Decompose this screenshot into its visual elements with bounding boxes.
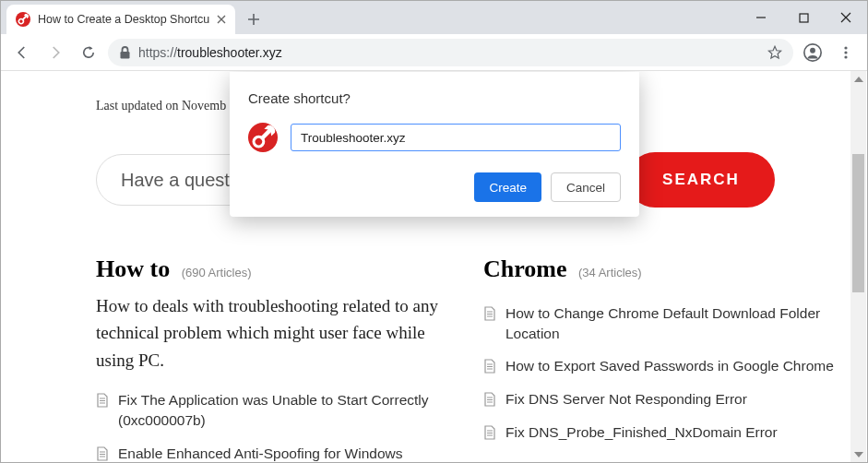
url-text: https://troubleshooter.xyz	[138, 45, 760, 60]
svg-point-6	[810, 47, 815, 53]
document-icon	[96, 446, 109, 461]
tab-title: How to Create a Desktop Shortcu	[38, 13, 209, 26]
document-icon	[483, 359, 496, 374]
list-item[interactable]: How to Export Saved Passwords in Google …	[483, 356, 834, 376]
browser-tab[interactable]: How to Create a Desktop Shortcu	[6, 5, 235, 34]
forward-button[interactable]	[42, 39, 69, 66]
search-button[interactable]: SEARCH	[627, 152, 775, 208]
list-item[interactable]: Fix DNS Server Not Responding Error	[483, 389, 834, 410]
shortcut-name-input[interactable]	[291, 124, 621, 151]
section-chrome: Chrome (34 Articles) How to Change Chrom…	[483, 255, 834, 462]
list-item[interactable]: Fix The Application was Unable to Start …	[96, 390, 446, 430]
site-icon	[248, 123, 278, 152]
back-button[interactable]	[8, 39, 36, 66]
reload-button[interactable]	[75, 39, 102, 66]
article-count: (690 Articles)	[182, 266, 252, 279]
bookmark-star-icon[interactable]	[767, 45, 782, 60]
svg-point-7	[844, 46, 847, 49]
window-controls	[740, 1, 867, 34]
svg-rect-4	[121, 52, 130, 59]
section-howto: How to (690 Articles) How to deals with …	[96, 255, 446, 462]
section-title: Chrome	[483, 255, 567, 282]
vertical-scrollbar[interactable]	[850, 71, 866, 462]
svg-point-9	[844, 55, 847, 58]
section-title: How to	[96, 255, 170, 282]
chrome-menu-button[interactable]	[832, 39, 860, 66]
tab-close-icon[interactable]	[217, 15, 226, 24]
create-button[interactable]: Create	[474, 172, 541, 202]
article-count: (34 Articles)	[578, 266, 642, 279]
svg-rect-3	[800, 14, 808, 22]
scroll-up-arrow[interactable]	[850, 71, 866, 87]
scrollbar-thumb[interactable]	[852, 154, 864, 292]
list-item[interactable]: How to Change Chrome Default Download Fo…	[483, 303, 834, 343]
profile-button[interactable]	[799, 39, 826, 66]
toolbar: https://troubleshooter.xyz	[1, 34, 867, 71]
titlebar: How to Create a Desktop Shortcu	[1, 1, 867, 34]
document-icon	[96, 393, 109, 408]
document-icon	[483, 425, 496, 440]
window-close-button[interactable]	[825, 1, 867, 34]
viewport: Last updated on Novemb Have a question S…	[1, 71, 867, 462]
svg-point-8	[844, 51, 847, 53]
cancel-button[interactable]: Cancel	[551, 172, 621, 202]
document-icon	[483, 306, 496, 321]
create-shortcut-dialog: Create shortcut? Create Cancel	[230, 72, 639, 217]
site-favicon	[16, 12, 30, 27]
scroll-down-arrow[interactable]	[850, 446, 866, 462]
window-maximize-button[interactable]	[782, 1, 825, 34]
dialog-title: Create shortcut?	[248, 90, 621, 106]
list-item[interactable]: Enable Enhanced Anti-Spoofing for Window…	[96, 444, 446, 462]
new-tab-button[interactable]	[241, 6, 267, 32]
document-icon	[483, 392, 496, 407]
section-desc: How to deals with troubleshooting relate…	[96, 292, 446, 374]
lock-icon	[119, 46, 131, 59]
window-minimize-button[interactable]	[740, 1, 782, 34]
address-bar[interactable]: https://troubleshooter.xyz	[108, 39, 793, 66]
list-item[interactable]: Fix DNS_Probe_Finished_NxDomain Error	[483, 422, 834, 443]
